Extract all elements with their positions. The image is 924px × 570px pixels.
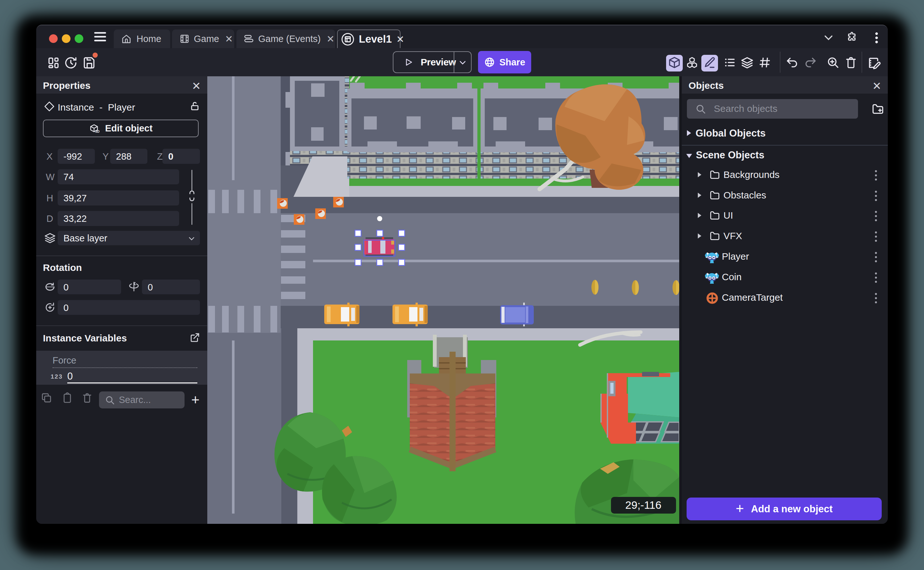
svg-text:29;-116: 29;-116 — [625, 499, 661, 511]
svg-text:3D: 3D — [95, 130, 100, 133]
